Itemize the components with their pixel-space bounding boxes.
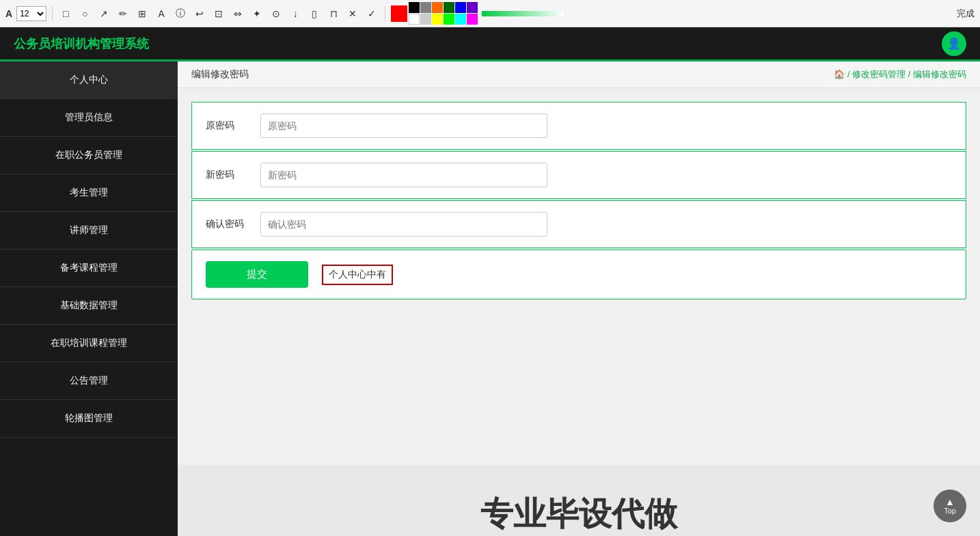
download-icon[interactable]: ↓ [288, 6, 303, 21]
color-palette [391, 2, 564, 25]
old-password-section: 原密码 [191, 102, 966, 150]
breadcrumb-home[interactable]: 🏠 [834, 69, 845, 79]
main-content: 编辑修改密码 🏠 / 修改密码管理 / 编辑修改密码 原密码 [178, 62, 980, 536]
page-header: 编辑修改密码 🏠 / 修改密码管理 / 编辑修改密码 [178, 62, 980, 88]
back-to-top-label: Top [944, 507, 956, 515]
screenshot-icon[interactable]: ⊡ [211, 6, 226, 21]
panel-icon[interactable]: ▯ [307, 6, 322, 21]
resize-icon[interactable]: ⇔ [230, 6, 245, 21]
new-password-input[interactable] [260, 163, 547, 187]
app-body: 个人中心 管理员信息 在职公务员管理 考生管理 讲师管理 备考课程管理 基础数据… [0, 62, 980, 536]
sidebar-item-label: 在职公务员管理 [55, 149, 122, 161]
rectangle-icon[interactable]: □ [58, 6, 73, 21]
confirm-password-section: 确认密码 [191, 200, 966, 248]
breadcrumb-part1[interactable]: 修改密码管理 [852, 69, 906, 79]
sidebar-item-label: 个人中心 [70, 74, 108, 86]
old-password-label: 原密码 [206, 120, 260, 132]
selected-color-swatch[interactable] [391, 5, 407, 22]
done-button[interactable]: 完成 [957, 8, 975, 20]
breadcrumb-sep2: / [908, 69, 913, 79]
old-password-row: 原密码 [192, 103, 966, 149]
color-magenta[interactable] [467, 14, 478, 25]
close-icon[interactable]: ✕ [345, 6, 360, 21]
bookmark-icon[interactable]: ⊓ [326, 6, 341, 21]
form-area: 原密码 新密码 确认密码 [178, 88, 980, 465]
app-title: 公务员培训机构管理系统 [14, 36, 149, 52]
sidebar-item-label: 备考课程管理 [60, 262, 118, 274]
avatar-icon: 👤 [947, 37, 961, 50]
breadcrumb-part2: 编辑修改密码 [913, 69, 966, 79]
annotation-box[interactable]: 个人中心中有 [322, 265, 393, 285]
sidebar-item-candidate-mgmt[interactable]: 考生管理 [0, 174, 178, 212]
sidebar-item-lecturer-mgmt[interactable]: 讲师管理 [0, 212, 178, 250]
confirm-password-row: 确认密码 [192, 201, 966, 247]
confirm-password-input[interactable] [260, 212, 547, 237]
sidebar-item-label: 在职培训课程管理 [51, 337, 127, 349]
sidebar-item-label: 考生管理 [70, 187, 108, 199]
arrow-icon[interactable]: ↗ [96, 6, 111, 21]
new-password-section: 新密码 [191, 151, 966, 199]
sidebar: 个人中心 管理员信息 在职公务员管理 考生管理 讲师管理 备考课程管理 基础数据… [0, 62, 178, 536]
circle-icon[interactable]: ○ [77, 6, 92, 21]
new-password-row: 新密码 [192, 152, 966, 198]
text-icon[interactable]: A [154, 6, 169, 21]
font-size-select[interactable]: 12 14 16 18 24 [16, 6, 46, 21]
sidebar-item-personal-center[interactable]: 个人中心 [0, 62, 178, 99]
sidebar-item-banner-mgmt[interactable]: 轮播图管理 [0, 400, 178, 438]
color-gray[interactable] [420, 2, 431, 13]
color-white[interactable] [409, 14, 420, 25]
bottom-watermark: 专业毕设代做 [178, 465, 980, 536]
color-orange[interactable] [432, 2, 443, 13]
app-wrapper: 公务员培训机构管理系统 👤 个人中心 管理员信息 在职公务员管理 考生管理 讲师… [0, 27, 980, 536]
font-letter-icon: A [5, 8, 12, 19]
page-header-title: 编辑修改密码 [191, 68, 249, 81]
watermark-text: 专业毕设代做 [191, 492, 966, 536]
toolbar-separator-1 [52, 6, 53, 21]
new-password-label: 新密码 [206, 169, 260, 181]
old-password-input[interactable] [260, 113, 547, 138]
pen-icon[interactable]: ✏ [115, 6, 131, 21]
sidebar-item-label: 管理员信息 [65, 111, 113, 124]
toolbar: A 12 14 16 18 24 □ ○ ↗ ✏ ⊞ A ⓘ ↩ ⊡ ⇔ ✦ ⊙… [0, 0, 980, 27]
color-green[interactable] [444, 14, 454, 25]
color-blue[interactable] [455, 2, 466, 13]
undo-icon[interactable]: ↩ [192, 6, 207, 21]
target-icon[interactable]: ⊙ [269, 6, 284, 21]
grid-icon[interactable]: ⊞ [135, 6, 150, 21]
sidebar-item-training-course-mgmt[interactable]: 在职培训课程管理 [0, 325, 178, 362]
toolbar-separator-2 [385, 6, 385, 21]
sidebar-item-employee-mgmt[interactable]: 在职公务员管理 [0, 137, 178, 174]
color-purple[interactable] [467, 2, 478, 13]
color-grid [409, 2, 478, 25]
app-header: 公务员培训机构管理系统 👤 [0, 27, 980, 62]
back-to-top-button[interactable]: ▲ Top [934, 490, 966, 522]
star-icon[interactable]: ✦ [249, 6, 264, 21]
sidebar-item-label: 讲师管理 [70, 224, 108, 237]
avatar[interactable]: 👤 [942, 31, 966, 56]
breadcrumb: 🏠 / 修改密码管理 / 编辑修改密码 [834, 68, 966, 81]
check-icon[interactable]: ✓ [364, 6, 379, 21]
color-darkgreen[interactable] [444, 2, 454, 13]
info-icon[interactable]: ⓘ [173, 6, 188, 21]
color-cyan[interactable] [455, 14, 466, 25]
back-to-top-arrow: ▲ [945, 497, 955, 507]
sidebar-item-label: 基础数据管理 [60, 299, 118, 312]
sidebar-item-label: 轮播图管理 [65, 412, 113, 425]
color-black[interactable] [409, 2, 420, 13]
sidebar-item-admin-info[interactable]: 管理员信息 [0, 99, 178, 137]
color-lightgray[interactable] [420, 14, 431, 25]
sidebar-item-announcement-mgmt[interactable]: 公告管理 [0, 362, 178, 400]
sidebar-item-exam-course-mgmt[interactable]: 备考课程管理 [0, 250, 178, 287]
sidebar-item-basic-data-mgmt[interactable]: 基础数据管理 [0, 287, 178, 325]
submit-button[interactable]: 提交 [206, 261, 308, 288]
confirm-password-label: 确认密码 [206, 218, 260, 230]
action-card: 提交 个人中心中有 [191, 250, 966, 299]
color-yellow[interactable] [432, 14, 443, 25]
sidebar-item-label: 公告管理 [70, 375, 108, 387]
